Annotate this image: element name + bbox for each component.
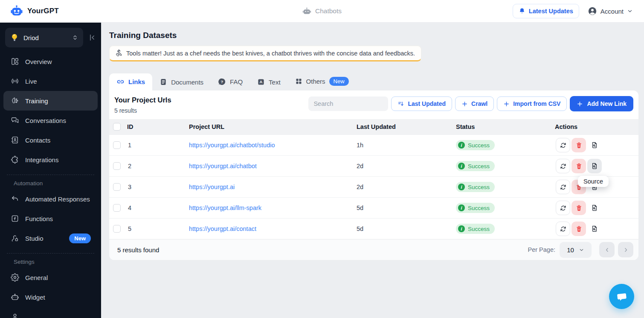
nav-chatbots-label: Chatbots bbox=[315, 7, 342, 15]
reply-arrow-icon bbox=[10, 194, 20, 204]
row-checkbox[interactable] bbox=[113, 225, 121, 233]
sidebar-item-label: Studio bbox=[25, 235, 44, 242]
project-url-link[interactable]: https://yourgpt.ai/contact bbox=[189, 225, 357, 232]
dataset-tabs: Links Documents ? FAQ A Text Others New bbox=[109, 73, 638, 90]
sidebar-item-label: Functions bbox=[25, 215, 53, 222]
tab-label: Others bbox=[306, 78, 325, 85]
svg-text:?: ? bbox=[221, 79, 223, 84]
recrawl-button[interactable] bbox=[556, 159, 570, 173]
sidebar-item-label: Automated Responses bbox=[25, 195, 90, 203]
crawl-button[interactable]: Crawl bbox=[455, 96, 494, 111]
others-new-badge: New bbox=[329, 77, 349, 86]
source-button[interactable] bbox=[587, 159, 602, 173]
workspace-selector[interactable]: Driod bbox=[5, 28, 83, 47]
chat-widget-launcher[interactable] bbox=[609, 284, 634, 309]
results-found-text: 5 results found bbox=[114, 246, 159, 254]
sidebar-nav: Overview Live Training Conversations bbox=[0, 47, 101, 318]
row-checkbox[interactable] bbox=[113, 204, 121, 212]
delete-button[interactable] bbox=[571, 138, 586, 152]
delete-button[interactable] bbox=[571, 222, 586, 236]
tab-others[interactable]: Others New bbox=[288, 73, 356, 90]
sidebar-item-label: Live bbox=[25, 78, 37, 85]
add-new-link-button[interactable]: Add New Link bbox=[570, 96, 633, 111]
cable-icon bbox=[10, 233, 20, 243]
page-title: Training Datasets bbox=[109, 31, 638, 40]
recrawl-button[interactable] bbox=[556, 222, 570, 236]
document-icon bbox=[160, 78, 167, 86]
row-checkbox[interactable] bbox=[113, 141, 121, 149]
table-row: 4 https://yourgpt.ai/llm-spark 5d iSucce… bbox=[109, 197, 638, 218]
status-badge: iSuccess bbox=[456, 182, 495, 192]
row-updated: 5d bbox=[357, 225, 456, 232]
hammer-wrench-icon bbox=[116, 50, 123, 57]
row-id: 5 bbox=[127, 225, 189, 232]
row-updated: 2d bbox=[357, 184, 456, 190]
tab-text[interactable]: A Text bbox=[250, 74, 288, 90]
sidebar-item-contacts[interactable]: Contacts bbox=[3, 130, 98, 150]
plus-icon bbox=[461, 101, 468, 107]
row-id: 4 bbox=[127, 204, 189, 211]
delete-button[interactable] bbox=[571, 201, 586, 215]
row-checkbox[interactable] bbox=[113, 162, 121, 170]
tab-documents[interactable]: Documents bbox=[152, 74, 211, 90]
sidebar-item-studio[interactable]: Studio New bbox=[3, 228, 98, 248]
recrawl-button[interactable] bbox=[556, 180, 570, 194]
table-row: 1 https://yourgpt.ai/chatbot/studio 1h i… bbox=[109, 134, 638, 155]
svg-text:A: A bbox=[260, 80, 263, 84]
sidebar-item-functions[interactable]: Functions bbox=[3, 209, 98, 228]
sort-last-updated-button[interactable]: Last Updated bbox=[391, 96, 452, 111]
project-url-link[interactable]: https://yourgpt.ai/chatbot bbox=[189, 163, 357, 169]
sidebar-item-overview[interactable]: Overview bbox=[3, 52, 98, 71]
avatar-icon bbox=[588, 6, 597, 16]
sidebar-item-conversations[interactable]: Conversations bbox=[3, 111, 98, 130]
select-all-checkbox[interactable] bbox=[113, 123, 121, 131]
bell-icon bbox=[519, 8, 525, 15]
sidebar-item-training[interactable]: Training bbox=[3, 91, 98, 111]
sidebar-item-label: Overview bbox=[25, 58, 52, 65]
function-icon bbox=[10, 214, 20, 223]
import-from-csv-button[interactable]: Import from CSV bbox=[497, 96, 567, 111]
project-url-link[interactable]: https://yourgpt.ai bbox=[189, 184, 357, 190]
column-header-actions: Actions bbox=[555, 123, 638, 130]
sidebar-item-integrations[interactable]: Integrations bbox=[3, 150, 98, 169]
sidebar-item-cutoff[interactable] bbox=[3, 307, 98, 318]
next-page-button[interactable] bbox=[618, 242, 633, 257]
source-button[interactable] bbox=[587, 201, 602, 215]
source-button[interactable] bbox=[587, 222, 602, 236]
row-checkbox[interactable] bbox=[113, 183, 121, 191]
previous-page-button[interactable] bbox=[599, 242, 615, 257]
info-icon: i bbox=[458, 204, 465, 211]
tab-faq[interactable]: ? FAQ bbox=[211, 73, 250, 90]
sidebar-item-automated-responses[interactable]: Automated Responses bbox=[3, 189, 98, 209]
row-updated: 2d bbox=[357, 163, 456, 169]
project-url-link[interactable]: https://yourgpt.ai/llm-spark bbox=[189, 204, 357, 211]
latest-updates-label: Latest Updates bbox=[529, 8, 573, 15]
sidebar-item-widget[interactable]: Widget bbox=[3, 287, 98, 307]
brand: YourGPT bbox=[0, 5, 59, 18]
status-badge: iSuccess bbox=[456, 140, 495, 150]
source-tooltip: Source bbox=[578, 176, 609, 187]
latest-updates-button[interactable]: Latest Updates bbox=[513, 4, 579, 18]
sidebar-item-general[interactable]: General bbox=[3, 268, 98, 287]
sort-icon bbox=[397, 100, 404, 107]
recrawl-button[interactable] bbox=[556, 138, 570, 152]
account-menu[interactable]: Account bbox=[588, 6, 633, 16]
tip-text: Tools matter! Just as a chef needs the b… bbox=[126, 50, 415, 57]
column-header-id: ID bbox=[127, 123, 189, 130]
source-button[interactable] bbox=[587, 138, 602, 152]
recrawl-button[interactable] bbox=[556, 201, 570, 215]
per-page-select[interactable]: 10 bbox=[560, 242, 592, 258]
per-page-value: 10 bbox=[567, 246, 574, 254]
sidebar-collapse-icon[interactable] bbox=[87, 33, 97, 42]
grid-icon bbox=[295, 78, 302, 85]
search-input[interactable] bbox=[308, 96, 388, 111]
table-footer: 5 results found Per Page: 10 bbox=[109, 239, 638, 260]
brain-icon bbox=[10, 96, 20, 105]
nav-chatbots[interactable]: Chatbots bbox=[302, 7, 342, 16]
tab-links[interactable]: Links bbox=[109, 73, 152, 90]
sort-label: Last Updated bbox=[408, 100, 446, 107]
table-header: ID Project URL Last Updated Status Actio… bbox=[109, 119, 638, 134]
delete-button[interactable] bbox=[571, 159, 586, 173]
project-url-link[interactable]: https://yourgpt.ai/chatbot/studio bbox=[189, 142, 357, 149]
sidebar-item-live[interactable]: Live bbox=[3, 71, 98, 91]
